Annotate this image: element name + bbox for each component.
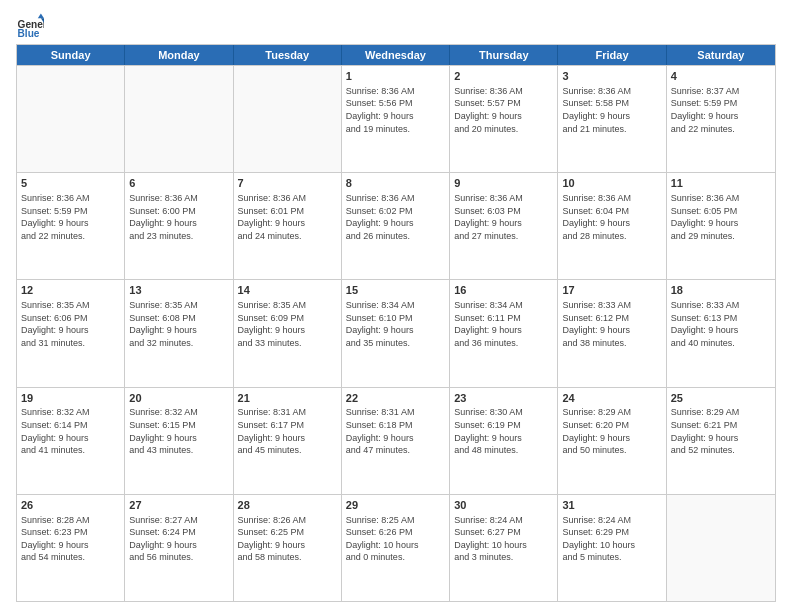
day-cell-29: 29Sunrise: 8:25 AM Sunset: 6:26 PM Dayli…	[342, 495, 450, 601]
day-cell-14: 14Sunrise: 8:35 AM Sunset: 6:09 PM Dayli…	[234, 280, 342, 386]
day-number: 31	[562, 498, 661, 513]
day-number: 4	[671, 69, 771, 84]
day-info: Sunrise: 8:35 AM Sunset: 6:06 PM Dayligh…	[21, 299, 120, 349]
day-header-monday: Monday	[125, 45, 233, 65]
day-info: Sunrise: 8:29 AM Sunset: 6:21 PM Dayligh…	[671, 406, 771, 456]
day-number: 2	[454, 69, 553, 84]
logo-icon: General Blue	[16, 12, 44, 40]
day-cell-9: 9Sunrise: 8:36 AM Sunset: 6:03 PM Daylig…	[450, 173, 558, 279]
day-number: 17	[562, 283, 661, 298]
day-cell-13: 13Sunrise: 8:35 AM Sunset: 6:08 PM Dayli…	[125, 280, 233, 386]
day-cell-8: 8Sunrise: 8:36 AM Sunset: 6:02 PM Daylig…	[342, 173, 450, 279]
day-info: Sunrise: 8:31 AM Sunset: 6:17 PM Dayligh…	[238, 406, 337, 456]
calendar-header: SundayMondayTuesdayWednesdayThursdayFrid…	[17, 45, 775, 65]
calendar-body: 1Sunrise: 8:36 AM Sunset: 5:56 PM Daylig…	[17, 65, 775, 601]
day-cell-12: 12Sunrise: 8:35 AM Sunset: 6:06 PM Dayli…	[17, 280, 125, 386]
calendar: SundayMondayTuesdayWednesdayThursdayFrid…	[16, 44, 776, 602]
day-number: 11	[671, 176, 771, 191]
day-header-tuesday: Tuesday	[234, 45, 342, 65]
day-cell-18: 18Sunrise: 8:33 AM Sunset: 6:13 PM Dayli…	[667, 280, 775, 386]
day-number: 9	[454, 176, 553, 191]
day-header-wednesday: Wednesday	[342, 45, 450, 65]
day-number: 23	[454, 391, 553, 406]
day-info: Sunrise: 8:24 AM Sunset: 6:29 PM Dayligh…	[562, 514, 661, 564]
day-cell-4: 4Sunrise: 8:37 AM Sunset: 5:59 PM Daylig…	[667, 66, 775, 172]
day-info: Sunrise: 8:34 AM Sunset: 6:10 PM Dayligh…	[346, 299, 445, 349]
day-number: 6	[129, 176, 228, 191]
day-cell-15: 15Sunrise: 8:34 AM Sunset: 6:10 PM Dayli…	[342, 280, 450, 386]
empty-cell	[234, 66, 342, 172]
day-cell-22: 22Sunrise: 8:31 AM Sunset: 6:18 PM Dayli…	[342, 388, 450, 494]
day-info: Sunrise: 8:32 AM Sunset: 6:15 PM Dayligh…	[129, 406, 228, 456]
day-number: 15	[346, 283, 445, 298]
day-header-sunday: Sunday	[17, 45, 125, 65]
day-cell-23: 23Sunrise: 8:30 AM Sunset: 6:19 PM Dayli…	[450, 388, 558, 494]
day-number: 7	[238, 176, 337, 191]
day-info: Sunrise: 8:34 AM Sunset: 6:11 PM Dayligh…	[454, 299, 553, 349]
day-number: 27	[129, 498, 228, 513]
day-info: Sunrise: 8:36 AM Sunset: 5:58 PM Dayligh…	[562, 85, 661, 135]
day-info: Sunrise: 8:37 AM Sunset: 5:59 PM Dayligh…	[671, 85, 771, 135]
day-info: Sunrise: 8:36 AM Sunset: 5:59 PM Dayligh…	[21, 192, 120, 242]
day-info: Sunrise: 8:28 AM Sunset: 6:23 PM Dayligh…	[21, 514, 120, 564]
day-cell-28: 28Sunrise: 8:26 AM Sunset: 6:25 PM Dayli…	[234, 495, 342, 601]
day-number: 28	[238, 498, 337, 513]
day-cell-6: 6Sunrise: 8:36 AM Sunset: 6:00 PM Daylig…	[125, 173, 233, 279]
day-number: 21	[238, 391, 337, 406]
day-number: 30	[454, 498, 553, 513]
day-info: Sunrise: 8:36 AM Sunset: 6:01 PM Dayligh…	[238, 192, 337, 242]
day-cell-1: 1Sunrise: 8:36 AM Sunset: 5:56 PM Daylig…	[342, 66, 450, 172]
day-cell-17: 17Sunrise: 8:33 AM Sunset: 6:12 PM Dayli…	[558, 280, 666, 386]
calendar-week-1: 1Sunrise: 8:36 AM Sunset: 5:56 PM Daylig…	[17, 65, 775, 172]
day-number: 19	[21, 391, 120, 406]
day-cell-24: 24Sunrise: 8:29 AM Sunset: 6:20 PM Dayli…	[558, 388, 666, 494]
day-info: Sunrise: 8:29 AM Sunset: 6:20 PM Dayligh…	[562, 406, 661, 456]
day-cell-3: 3Sunrise: 8:36 AM Sunset: 5:58 PM Daylig…	[558, 66, 666, 172]
day-number: 14	[238, 283, 337, 298]
calendar-week-3: 12Sunrise: 8:35 AM Sunset: 6:06 PM Dayli…	[17, 279, 775, 386]
calendar-week-2: 5Sunrise: 8:36 AM Sunset: 5:59 PM Daylig…	[17, 172, 775, 279]
day-number: 5	[21, 176, 120, 191]
page-header: General Blue	[16, 12, 776, 40]
day-info: Sunrise: 8:36 AM Sunset: 6:05 PM Dayligh…	[671, 192, 771, 242]
day-number: 10	[562, 176, 661, 191]
day-info: Sunrise: 8:36 AM Sunset: 5:57 PM Dayligh…	[454, 85, 553, 135]
svg-text:Blue: Blue	[18, 28, 40, 39]
day-number: 26	[21, 498, 120, 513]
day-header-saturday: Saturday	[667, 45, 775, 65]
day-cell-30: 30Sunrise: 8:24 AM Sunset: 6:27 PM Dayli…	[450, 495, 558, 601]
day-cell-10: 10Sunrise: 8:36 AM Sunset: 6:04 PM Dayli…	[558, 173, 666, 279]
day-cell-25: 25Sunrise: 8:29 AM Sunset: 6:21 PM Dayli…	[667, 388, 775, 494]
day-header-thursday: Thursday	[450, 45, 558, 65]
day-info: Sunrise: 8:32 AM Sunset: 6:14 PM Dayligh…	[21, 406, 120, 456]
day-cell-31: 31Sunrise: 8:24 AM Sunset: 6:29 PM Dayli…	[558, 495, 666, 601]
day-cell-16: 16Sunrise: 8:34 AM Sunset: 6:11 PM Dayli…	[450, 280, 558, 386]
day-info: Sunrise: 8:24 AM Sunset: 6:27 PM Dayligh…	[454, 514, 553, 564]
day-info: Sunrise: 8:36 AM Sunset: 6:04 PM Dayligh…	[562, 192, 661, 242]
day-number: 20	[129, 391, 228, 406]
empty-cell	[125, 66, 233, 172]
day-cell-5: 5Sunrise: 8:36 AM Sunset: 5:59 PM Daylig…	[17, 173, 125, 279]
day-number: 18	[671, 283, 771, 298]
svg-marker-2	[38, 14, 44, 19]
day-number: 3	[562, 69, 661, 84]
day-info: Sunrise: 8:31 AM Sunset: 6:18 PM Dayligh…	[346, 406, 445, 456]
day-info: Sunrise: 8:36 AM Sunset: 5:56 PM Dayligh…	[346, 85, 445, 135]
day-number: 16	[454, 283, 553, 298]
day-cell-11: 11Sunrise: 8:36 AM Sunset: 6:05 PM Dayli…	[667, 173, 775, 279]
day-info: Sunrise: 8:26 AM Sunset: 6:25 PM Dayligh…	[238, 514, 337, 564]
day-info: Sunrise: 8:33 AM Sunset: 6:12 PM Dayligh…	[562, 299, 661, 349]
day-number: 12	[21, 283, 120, 298]
day-cell-20: 20Sunrise: 8:32 AM Sunset: 6:15 PM Dayli…	[125, 388, 233, 494]
day-info: Sunrise: 8:30 AM Sunset: 6:19 PM Dayligh…	[454, 406, 553, 456]
calendar-week-5: 26Sunrise: 8:28 AM Sunset: 6:23 PM Dayli…	[17, 494, 775, 601]
empty-cell	[667, 495, 775, 601]
day-number: 24	[562, 391, 661, 406]
day-number: 29	[346, 498, 445, 513]
empty-cell	[17, 66, 125, 172]
day-cell-21: 21Sunrise: 8:31 AM Sunset: 6:17 PM Dayli…	[234, 388, 342, 494]
day-number: 22	[346, 391, 445, 406]
day-cell-7: 7Sunrise: 8:36 AM Sunset: 6:01 PM Daylig…	[234, 173, 342, 279]
day-number: 1	[346, 69, 445, 84]
day-number: 13	[129, 283, 228, 298]
